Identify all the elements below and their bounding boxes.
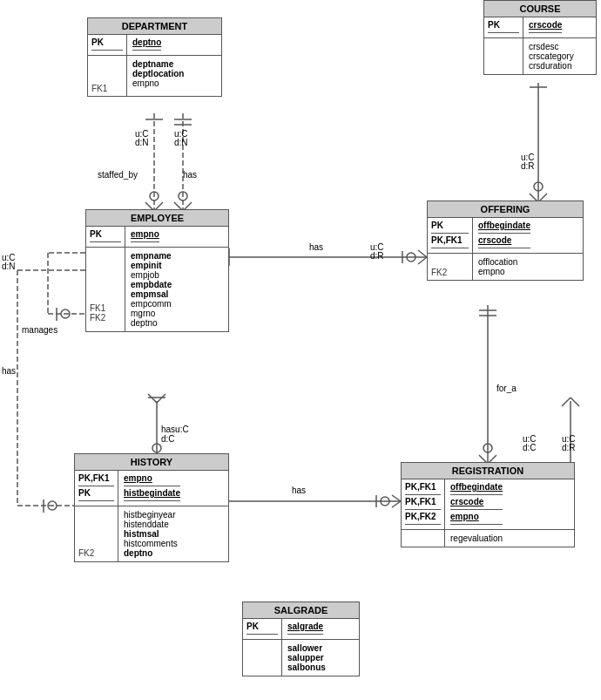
label-dr-course: d:R	[521, 161, 535, 171]
entity-course-title: COURSE	[519, 3, 560, 14]
entity-course: COURSE PK crscode crsdesc crscategory cr…	[483, 0, 597, 75]
off-fk2-label: FK2	[431, 268, 469, 277]
hist-pk-attrs1: empno	[124, 473, 180, 486]
label-dc-emp-hist: d:C	[161, 434, 175, 444]
reg-offbegindate: offbegindate	[450, 482, 503, 492]
entity-registration-title: REGISTRATION	[452, 466, 523, 476]
off-crscode: crscode	[478, 235, 511, 245]
label-dc-reg1: d:C	[523, 443, 537, 452]
entity-history-header: HISTORY	[75, 454, 228, 471]
dept-pk-attrs: deptno	[132, 37, 161, 51]
entity-department-header: DEPARTMENT	[88, 18, 221, 35]
svg-point-41	[152, 444, 161, 452]
label-dr-emp-off: d:R	[370, 251, 384, 261]
hist-pk1-label: PK,FK1	[78, 473, 114, 486]
entity-offering-header: OFFERING	[428, 201, 583, 218]
sal-salbonus: salbonus	[287, 663, 326, 672]
dept-pk-label: PK	[91, 37, 123, 51]
svg-point-14	[61, 309, 70, 318]
off-offbegindate: offbegindate	[478, 221, 530, 230]
dept-deptno: deptno	[132, 37, 161, 47]
sal-salgrade: salgrade	[287, 622, 323, 631]
label-dn-dept-top: d:N	[135, 138, 149, 147]
svg-line-40	[157, 394, 165, 403]
label-dn-dept2-top: d:N	[174, 138, 188, 147]
course-pk-attrs: crscode	[529, 20, 562, 33]
dept-deptname: deptname	[132, 59, 184, 69]
off-pk-attrs1: offbegindate	[478, 221, 530, 234]
off-pk2-label: PK,FK1	[431, 235, 469, 248]
entity-history: HISTORY PK,FK1 PK empno histbegindate FK…	[74, 453, 229, 562]
hist-histbeginyear: histbeginyear	[124, 510, 178, 520]
course-crscode: crscode	[529, 20, 562, 30]
emp-empbdate: empbdate	[131, 280, 172, 289]
entity-employee-header: EMPLOYEE	[86, 210, 228, 227]
reg-pk-attrs1: offbegindate	[450, 482, 503, 495]
entity-history-title: HISTORY	[131, 457, 172, 467]
entity-course-header: COURSE	[484, 1, 596, 17]
svg-line-46	[392, 495, 401, 501]
emp-pk-attrs: empno	[131, 229, 159, 242]
hist-empno: empno	[124, 473, 152, 483]
svg-line-52	[571, 398, 579, 406]
off-offlocation: offlocation	[478, 257, 517, 267]
svg-point-48	[381, 497, 389, 506]
emp-pk-label: PK	[90, 229, 121, 242]
hist-histcomments: histcomments	[124, 539, 178, 548]
entity-employee-title: EMPLOYEE	[131, 213, 184, 223]
hist-histbegindate: histbegindate	[124, 488, 180, 498]
entity-salgrade: SALGRADE PK salgrade sallower salupper s…	[242, 601, 360, 676]
emp-empno: empno	[131, 229, 159, 239]
course-crsdesc: crsdesc	[529, 42, 574, 51]
sal-salupper: salupper	[287, 653, 326, 663]
hist-fk2-label: FK2	[78, 548, 114, 558]
entity-salgrade-header: SALGRADE	[243, 602, 359, 619]
reg-empno: empno	[450, 512, 479, 521]
label-staffed-by: staffed_by	[98, 170, 138, 180]
emp-empjob: empjob	[131, 270, 172, 280]
label-dn-left: d:N	[2, 262, 16, 271]
entity-employee: EMPLOYEE PK empno FK1 FK2 empname empini…	[85, 209, 229, 332]
dept-deptlocation: deptlocation	[132, 69, 184, 78]
label-manages: manages	[22, 325, 57, 335]
course-crsduration: crsduration	[529, 61, 574, 71]
label-has-dept: has	[183, 170, 197, 180]
sal-pk-attrs: salgrade	[287, 622, 323, 635]
hist-histenddate: histenddate	[124, 520, 178, 529]
entity-offering: OFFERING PK PK,FK1 offbegindate crscode …	[427, 200, 584, 281]
label-has-emp-hist: hasu:C	[161, 425, 189, 434]
reg-pk2-label: PK,FK1	[405, 497, 441, 510]
reg-pk1-label: PK,FK1	[405, 482, 441, 495]
emp-empmsal: empmsal	[131, 289, 172, 299]
off-pk-attrs2: crscode	[478, 235, 530, 248]
svg-point-19	[48, 501, 57, 510]
reg-crscode: crscode	[450, 497, 483, 506]
entity-department-title: DEPARTMENT	[122, 21, 188, 31]
label-has-hist-reg: has	[292, 486, 306, 495]
svg-point-35	[483, 444, 492, 452]
hist-pk-attrs2: histbegindate	[124, 488, 180, 501]
label-has-left: has	[2, 366, 16, 376]
sal-sallower: sallower	[287, 643, 326, 653]
relationship-lines	[0, 0, 601, 700]
hist-pk2-label: PK	[78, 488, 114, 501]
svg-line-23	[418, 250, 427, 257]
svg-point-25	[407, 253, 415, 262]
label-for-a: for_a	[496, 384, 517, 393]
emp-empname: empname	[131, 251, 172, 261]
emp-empinit: empinit	[131, 261, 172, 270]
reg-pk-attrs2: crscode	[450, 497, 503, 510]
hist-deptno: deptno	[124, 548, 178, 558]
reg-pk-attrs3: empno	[450, 512, 503, 525]
sal-pk-label: PK	[246, 622, 278, 635]
dept-empno: empno	[132, 78, 184, 88]
svg-line-47	[392, 501, 401, 507]
svg-point-30	[534, 182, 543, 191]
label-has-emp-off: has	[309, 242, 323, 252]
entity-offering-title: OFFERING	[481, 204, 530, 214]
entity-registration-header: REGISTRATION	[402, 463, 574, 479]
course-crscategory: crscategory	[529, 51, 574, 61]
entity-salgrade-title: SALGRADE	[274, 605, 328, 615]
entity-department: DEPARTMENT PK deptno FK1 deptname deptlo…	[87, 17, 222, 97]
svg-line-24	[418, 257, 427, 264]
